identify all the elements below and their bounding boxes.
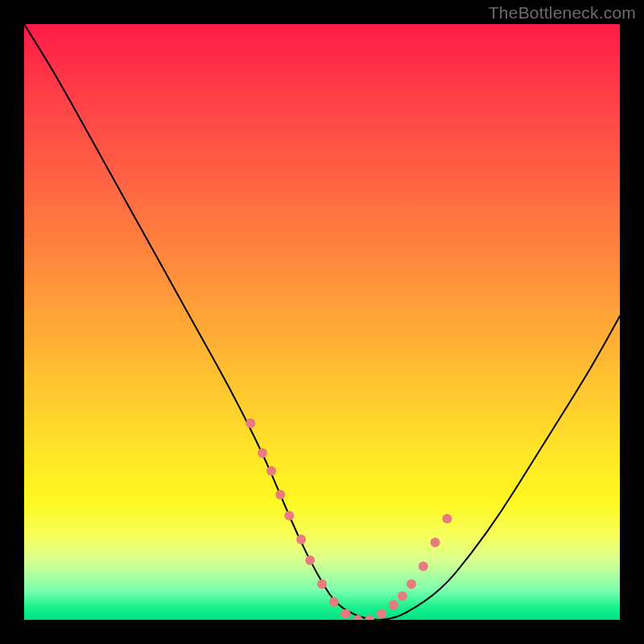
highlight-dot <box>431 538 440 547</box>
highlight-dot <box>284 511 294 521</box>
highlight-dot <box>419 561 428 571</box>
highlight-dot <box>275 490 285 500</box>
highlight-dot <box>389 601 398 610</box>
highlight-dot <box>258 448 267 458</box>
bottleneck-curve <box>24 24 620 620</box>
highlight-dot <box>407 580 416 589</box>
highlight-dot <box>296 535 306 544</box>
highlight-dot <box>398 591 407 601</box>
plot-area <box>24 24 620 620</box>
optimal-range-dots <box>246 419 452 620</box>
highlight-dot <box>341 609 351 619</box>
watermark-text: TheBottleneck.com <box>489 3 636 23</box>
highlight-dot <box>317 580 327 589</box>
highlight-dot <box>353 615 362 620</box>
chart-frame: TheBottleneck.com <box>0 0 644 644</box>
curve-svg <box>24 24 620 620</box>
highlight-dot <box>329 597 339 607</box>
highlight-dot <box>365 615 374 620</box>
highlight-dot <box>266 466 276 476</box>
highlight-dot <box>246 419 255 428</box>
highlight-dot <box>377 609 386 619</box>
highlight-dot <box>442 514 452 523</box>
highlight-dot <box>305 555 315 565</box>
